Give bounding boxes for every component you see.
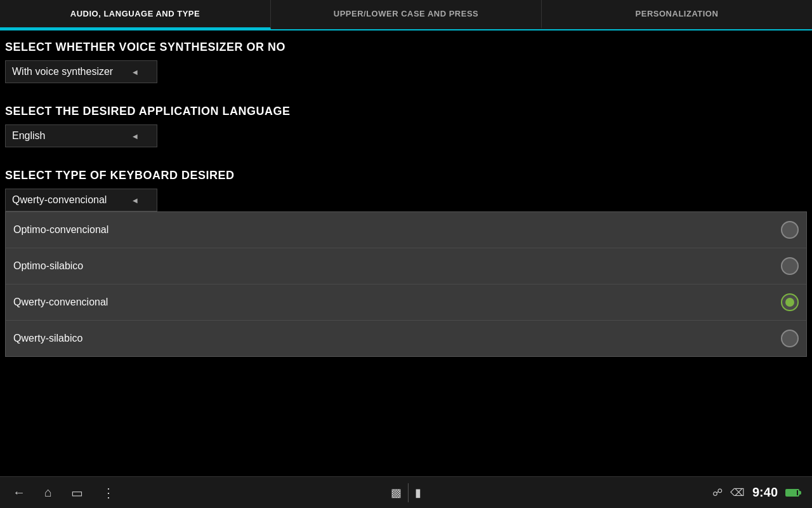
screen-icon[interactable]: ▩ — [391, 486, 402, 500]
usb-icon: ⌫ — [730, 486, 745, 498]
recents-button[interactable]: ▭ — [71, 485, 83, 500]
app-language-btn[interactable]: English ◀ — [5, 124, 157, 147]
app-language-dropdown[interactable]: English ◀ — [5, 124, 157, 147]
app-language-value: English — [12, 130, 45, 142]
media-icon[interactable]: ▮ — [415, 486, 421, 500]
keyboard-type-arrow: ◀ — [133, 197, 138, 204]
tab-bar: AUDIO, LANGUAGE AND TYPE UPPER/LOWER CAS… — [0, 0, 812, 30]
tab-personalization[interactable]: PERSONALIZATION — [542, 0, 812, 29]
radio-optimo-convencional — [781, 221, 799, 239]
keyboard-option-label-3: Qwerty-convencional — [13, 297, 108, 308]
app-language-section: SELECT THE DESIRED APPLICATION LANGUAGE … — [5, 105, 807, 165]
status-time: 9:40 — [752, 485, 778, 500]
voice-synthesizer-btn[interactable]: With voice synthesizer ◀ — [5, 60, 157, 83]
voice-synthesizer-label: SELECT WHETHER VOICE SYNTHESIZER OR NO — [5, 41, 807, 54]
battery-fill — [787, 490, 797, 495]
keyboard-option-optimo-convencional[interactable]: Optimo-convencional — [6, 212, 806, 248]
back-button[interactable]: ← — [13, 485, 25, 500]
keyboard-type-btn[interactable]: Qwerty-convencional ◀ — [5, 189, 157, 211]
voice-synthesizer-arrow: ◀ — [133, 69, 138, 76]
voice-synthesizer-value: With voice synthesizer — [12, 66, 113, 77]
app-language-label: SELECT THE DESIRED APPLICATION LANGUAGE — [5, 105, 807, 118]
main-content: SELECT WHETHER VOICE SYNTHESIZER OR NO W… — [0, 30, 812, 367]
keyboard-option-label-1: Optimo-convencional — [13, 224, 108, 236]
battery-icon — [785, 489, 799, 497]
nav-center: ▩ ▮ — [391, 483, 421, 502]
battery-container — [785, 489, 799, 497]
menu-button[interactable]: ⋮ — [102, 485, 115, 500]
home-button[interactable]: ⌂ — [44, 485, 52, 500]
voice-synthesizer-section: SELECT WHETHER VOICE SYNTHESIZER OR NO W… — [5, 41, 807, 101]
nav-divider — [408, 483, 409, 502]
radio-inner-selected — [785, 298, 794, 307]
radio-optimo-silabico — [781, 257, 799, 275]
radio-qwerty-silabico — [781, 330, 799, 347]
tab-case[interactable]: UPPER/LOWER CASE AND PRESS — [271, 0, 542, 29]
keyboard-type-list: Optimo-convencional Optimo-silabico Qwer… — [5, 211, 807, 357]
nav-right: ☍ ⌫ 9:40 — [712, 485, 799, 500]
keyboard-option-label-2: Optimo-silabico — [13, 260, 83, 272]
keyboard-type-section: SELECT TYPE OF KEYBOARD DESIRED Qwerty-c… — [5, 169, 807, 357]
keyboard-type-value: Qwerty-convencional — [12, 194, 107, 206]
android-status-icon: ☍ — [712, 486, 723, 498]
keyboard-option-label-4: Qwerty-silabico — [13, 333, 82, 344]
keyboard-type-label: SELECT TYPE OF KEYBOARD DESIRED — [5, 169, 807, 182]
keyboard-option-optimo-silabico[interactable]: Optimo-silabico — [6, 248, 806, 284]
keyboard-option-qwerty-convencional[interactable]: Qwerty-convencional — [6, 284, 806, 321]
keyboard-type-selected-container[interactable]: Qwerty-convencional ◀ — [5, 189, 157, 211]
nav-left: ← ⌂ ▭ ⋮ — [13, 485, 115, 500]
keyboard-option-qwerty-silabico[interactable]: Qwerty-silabico — [6, 321, 806, 356]
app-language-arrow: ◀ — [133, 133, 138, 140]
voice-synthesizer-dropdown[interactable]: With voice synthesizer ◀ — [5, 60, 157, 83]
radio-qwerty-convencional — [781, 293, 799, 311]
nav-bar: ← ⌂ ▭ ⋮ ▩ ▮ ☍ ⌫ 9:40 — [0, 476, 812, 508]
tab-audio[interactable]: AUDIO, LANGUAGE AND TYPE — [0, 0, 271, 29]
